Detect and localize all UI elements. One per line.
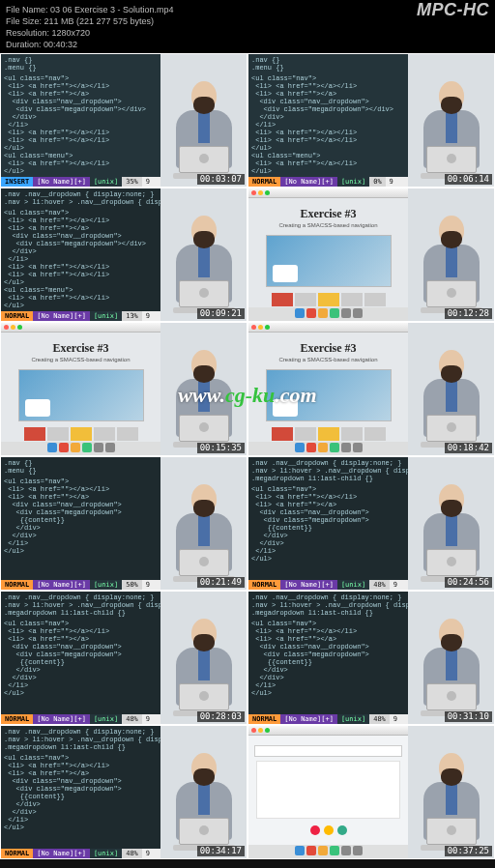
desktop-browser: Exercise #3 Creating a SMACSS-based navi… xyxy=(248,188,408,321)
timestamp: 00:31:10 xyxy=(445,711,492,722)
vim-statusbar: INSERT [No Name][+] [unix] 35% 9 11: 0 xyxy=(1,177,160,187)
video-frame: 00:18:42 xyxy=(408,323,494,455)
video-frame: 00:12:28 xyxy=(408,188,494,321)
thumbnail[interactable]: .nav {} .menu {} <ul class="nav"> <li> <… xyxy=(248,53,495,188)
timestamp: 00:28:03 xyxy=(197,711,245,722)
timestamp: 00:12:28 xyxy=(445,308,492,319)
browser-raw xyxy=(248,726,408,858)
mpc-hc-window: MPC-HC File Name: 03 06 Exercise 3 - Sol… xyxy=(0,0,495,868)
timestamp: 00:37:25 xyxy=(445,846,492,856)
timestamp: 00:24:56 xyxy=(445,577,492,588)
video-frame: 00:06:14 xyxy=(408,54,494,187)
video-frame: 00:21:49 xyxy=(160,457,247,590)
timestamp: 00:06:14 xyxy=(445,174,492,185)
exercise-subtitle: Creating a SMACSS-based navigation xyxy=(248,222,408,229)
mpc-watermark: MPC-HC xyxy=(417,1,489,18)
thumbnail[interactable]: Exercise #3 Creating a SMACSS-based navi… xyxy=(0,322,248,456)
thumbnail[interactable]: .nav .nav__dropdown { display:none; } .n… xyxy=(0,591,248,725)
thumbnail[interactable]: .nav {} .menu {} <ul class="nav"> <li> <… xyxy=(0,53,248,188)
vim-statusbar: NORMAL [No Name][+] [unix] 48%9 12: 13 xyxy=(1,849,160,858)
code-editor: .nav {} .menu {} <ul class="nav"> <li> <… xyxy=(248,54,408,187)
thumbnail[interactable]: .nav .nav__dropdown { display:none; } .n… xyxy=(0,725,248,859)
timestamp: 00:21:49 xyxy=(197,577,245,588)
thumbnail[interactable]: .nav {} .menu {} <ul class="nav"> <li> <… xyxy=(0,456,248,591)
timestamp: 00:09:21 xyxy=(197,308,245,319)
video-frame: 00:09:21 xyxy=(160,188,247,321)
resolution: 1280x720 xyxy=(52,28,91,38)
video-frame: 00:15:35 xyxy=(160,323,247,455)
code-editor: .nav .nav__dropdown { display:none; } .n… xyxy=(248,592,408,724)
thumbnail[interactable]: .nav .nav__dropdown { display:none; } .n… xyxy=(248,591,495,725)
timestamp: 00:34:17 xyxy=(197,846,245,856)
video-frame: 00:24:56 xyxy=(408,457,494,590)
file-name: 03 06 Exercise 3 - Solution.mp4 xyxy=(50,5,174,14)
vim-statusbar: NORMAL [No Name][+] [unix] 48%9 12: 13 xyxy=(248,580,408,590)
code-editor: .nav .nav__dropdown { display:none; } .n… xyxy=(1,726,160,858)
exercise-title: Exercise #3 xyxy=(248,208,408,220)
video-frame: 00:34:17 xyxy=(160,726,247,858)
desktop-browser: Exercise #3 Creating a SMACSS-based navi… xyxy=(1,323,160,455)
code-editor: .nav .nav__dropdown { display:none; } .n… xyxy=(1,592,160,724)
video-frame: 00:37:25 xyxy=(408,726,494,858)
media-info-header: MPC-HC File Name: 03 06 Exercise 3 - Sol… xyxy=(0,0,495,53)
timestamp: 00:18:42 xyxy=(445,443,492,453)
thumbnail-grid: .nav {} .menu {} <ul class="nav"> <li> <… xyxy=(0,53,495,859)
video-frame: 00:28:03 xyxy=(160,592,247,724)
timestamp: 00:03:07 xyxy=(197,174,245,185)
file-size: 211 MB (221 277 575 bytes) xyxy=(44,16,155,26)
thumbnail[interactable]: Exercise #3 Creating a SMACSS-based navi… xyxy=(248,322,495,456)
vim-statusbar: NORMAL [No Name][+] [unix] 50%9 12: 13 xyxy=(1,580,160,590)
video-frame: 00:31:10 xyxy=(408,592,494,724)
thumbnail[interactable]: .nav .nav__dropdown { display:none; } .n… xyxy=(248,456,495,591)
timestamp: 00:15:35 xyxy=(197,443,245,453)
vim-statusbar: NORMAL [No Name][+] [unix] 0% 9 11: 0 xyxy=(248,177,408,187)
vim-statusbar: NORMAL [No Name][+] [unix] 48%9 12: 13 xyxy=(248,714,408,724)
video-frame: 00:03:07 xyxy=(160,54,247,187)
thumbnail[interactable]: Exercise #3 Creating a SMACSS-based navi… xyxy=(248,188,495,322)
macos-dock xyxy=(248,307,408,321)
code-editor: .nav {} .menu {} <ul class="nav"> <li> <… xyxy=(1,457,160,590)
code-editor: .nav {} .menu {} <ul class="nav"> <li> <… xyxy=(1,54,160,187)
thumbnail[interactable]: .nav .nav__dropdown { display:none; } .n… xyxy=(0,188,248,322)
duration: 00:40:32 xyxy=(44,40,77,49)
thumbnail[interactable]: 00:37:25 xyxy=(248,725,495,859)
code-editor: .nav .nav__dropdown { display:none; } .n… xyxy=(248,457,408,590)
desktop-browser: Exercise #3 Creating a SMACSS-based navi… xyxy=(248,323,408,455)
code-editor: .nav .nav__dropdown { display:none; } .n… xyxy=(1,188,160,321)
vim-statusbar: NORMAL [No Name][+] [unix] 48%9 12: 13 xyxy=(1,714,160,724)
vim-statusbar: NORMAL [No Name][+] [unix] 13% 9 9: 0 xyxy=(1,311,160,321)
